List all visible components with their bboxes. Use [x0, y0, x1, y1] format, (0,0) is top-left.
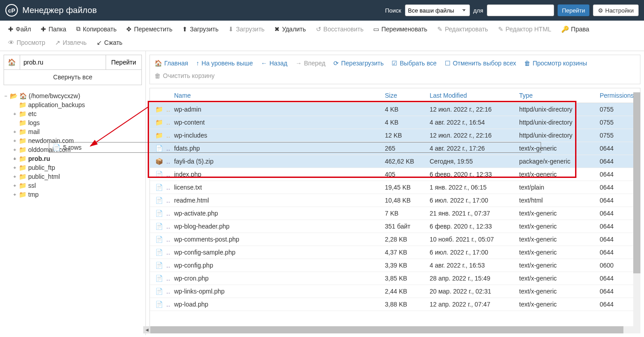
- nav-home-link[interactable]: 🏠Главная: [154, 58, 189, 69]
- toolbar-plus-button[interactable]: ✚Файл: [4, 22, 35, 35]
- toolbar-label: Переместить: [134, 26, 172, 33]
- nav-reload-link[interactable]: ⟳Перезагрузить: [333, 58, 384, 69]
- file-size: 12 KB: [380, 129, 425, 142]
- tree-item-public-ftp[interactable]: +📁public_ftp: [13, 163, 142, 172]
- tree-item-logs[interactable]: 📁logs: [13, 118, 142, 127]
- file-type: text/x-generic: [515, 285, 595, 298]
- nav-forward-link: →Вперед: [294, 58, 326, 69]
- nav-unselect-link[interactable]: ☐Отменить выбор всех: [444, 58, 517, 69]
- expand-icon[interactable]: +: [13, 129, 17, 134]
- tree-item-ssl[interactable]: +📁ssl: [13, 181, 142, 190]
- scrollbar-thumb[interactable]: [633, 92, 640, 273]
- table-row[interactable]: 📁wp-content4 KB4 авг. 2022 г., 16:54http…: [150, 116, 640, 129]
- tree-item-public-html[interactable]: +📁public_html: [13, 172, 142, 181]
- path-input[interactable]: [20, 55, 106, 70]
- file-icon: 📄: [154, 288, 163, 295]
- file-name: wp-cron.php: [170, 272, 380, 285]
- table-row[interactable]: 📁wp-admin4 KB12 июл. 2022 г., 22:16httpd…: [150, 103, 640, 116]
- tree-item-newdomain-com[interactable]: +📁newdomain.com: [13, 136, 142, 145]
- file-size: 3,85 KB: [380, 272, 425, 285]
- expand-icon[interactable]: +: [13, 138, 17, 143]
- table-row[interactable]: 📄wp-blog-header.php351 байт6 февр. 2020 …: [150, 220, 640, 233]
- tree-item-label: application_backups: [28, 101, 85, 108]
- file-size: 10,48 KB: [380, 194, 425, 207]
- table-row[interactable]: 📄fdats.php2654 авг. 2022 г., 17:26text/x…: [150, 142, 640, 155]
- tree-item-application-backups[interactable]: 📁application_backups: [13, 100, 142, 109]
- file-size: 4 KB: [380, 103, 425, 116]
- toolbar-upload-button[interactable]: ⬆Загрузить: [178, 22, 223, 35]
- toolbar-perm-button[interactable]: 🔑Права: [557, 22, 594, 35]
- search-go-button[interactable]: Перейти: [558, 4, 590, 16]
- search-scope-select[interactable]: Все ваши файлы: [405, 4, 470, 16]
- nav-selectall-link[interactable]: ☑Выбрать все: [391, 58, 437, 69]
- tree-item-prob-ru[interactable]: +📁prob.ru: [13, 154, 142, 163]
- toolbar-move-button[interactable]: ✥Переместить: [122, 22, 177, 35]
- home-button[interactable]: 🏠: [4, 55, 20, 70]
- horizontal-scrollbar[interactable]: ◀: [150, 326, 633, 333]
- search-input[interactable]: [487, 4, 554, 16]
- table-row[interactable]: 📄index.php4056 февр. 2020 г., 12:33text/…: [150, 168, 640, 181]
- tree-item-olddomain-com[interactable]: +📁olddomain.com: [13, 145, 142, 154]
- tree-item-mail[interactable]: +📁mail: [13, 127, 142, 136]
- file-icon: 📄: [154, 223, 163, 230]
- file-modified: 10 нояб. 2021 г., 05:07: [425, 233, 515, 246]
- toolbar-copy-button[interactable]: ⧉Копировать: [72, 22, 121, 35]
- expand-icon[interactable]: +: [13, 165, 17, 170]
- table-row[interactable]: 📄wp-config.php3,39 KB4 авг. 2022 г., 16:…: [150, 259, 640, 272]
- folder-icon: 📁: [19, 110, 26, 117]
- tree-item-etc[interactable]: +📁etc: [13, 109, 142, 118]
- table-row[interactable]: 📄wp-config-sample.php4,37 KB6 июл. 2022 …: [150, 246, 640, 259]
- file-modified: 12 апр. 2022 г., 07:47: [425, 298, 515, 311]
- nav-label: Просмотр корзины: [533, 60, 587, 67]
- expand-icon[interactable]: +: [13, 156, 17, 161]
- sidebar: 🏠 Перейти Свернуть все − 📂 🏠 (/home/bwcy…: [0, 51, 146, 335]
- nav-label: Назад: [269, 60, 287, 67]
- col-name[interactable]: Name: [170, 88, 380, 103]
- nav-trash-link[interactable]: 🗑Просмотр корзины: [523, 58, 588, 69]
- path-go-button[interactable]: Перейти: [106, 55, 142, 70]
- scroll-left-icon[interactable]: ◀: [143, 326, 150, 333]
- collapse-all-button[interactable]: Свернуть все: [4, 70, 142, 85]
- expand-icon[interactable]: +: [13, 183, 17, 188]
- toolbar-compress-button[interactable]: ↙Сжать: [92, 36, 127, 49]
- col-modified[interactable]: Last Modified: [425, 88, 515, 103]
- file-modified: Сегодня, 19:55: [425, 155, 515, 168]
- home-icon: 🏠: [154, 60, 162, 67]
- col-icon[interactable]: [150, 88, 170, 103]
- expand-icon[interactable]: +: [13, 192, 17, 197]
- folder-icon: 📁: [19, 173, 26, 180]
- file-size: 2,28 KB: [380, 233, 425, 246]
- tree-item-label: mail: [28, 128, 40, 135]
- table-row[interactable]: 📄wp-cron.php3,85 KB28 апр. 2022 г., 15:4…: [150, 272, 640, 285]
- table-row[interactable]: 📄readme.html10,48 KB6 июл. 2022 г., 17:0…: [150, 194, 640, 207]
- expand-icon[interactable]: +: [13, 174, 17, 179]
- scrollbar-thumb[interactable]: [150, 326, 623, 333]
- main: 🏠 Перейти Свернуть все − 📂 🏠 (/home/bwcy…: [0, 51, 644, 335]
- table-row[interactable]: 📄wp-load.php3,88 KB12 апр. 2022 г., 07:4…: [150, 298, 640, 311]
- toolbar-plus-button[interactable]: ✚Папка: [36, 22, 71, 35]
- nav-up-link[interactable]: ↑На уровень выше: [195, 58, 254, 69]
- file-name: index.php: [170, 168, 380, 181]
- vertical-scrollbar[interactable]: [633, 92, 640, 333]
- tree-root[interactable]: − 📂 🏠 (/home/bwcycxzw): [4, 91, 142, 100]
- table-row[interactable]: 📄license.txt19,45 KB1 янв. 2022 г., 06:1…: [150, 181, 640, 194]
- table-row[interactable]: 📄wp-links-opml.php2,44 KB20 мар. 2022 г.…: [150, 285, 640, 298]
- expand-icon[interactable]: +: [13, 147, 17, 152]
- tree-item-tmp[interactable]: +📁tmp: [13, 190, 142, 199]
- file-type: text/x-generic: [515, 207, 595, 220]
- table-row[interactable]: 📁wp-includes12 KB12 июл. 2022 г., 22:16h…: [150, 129, 640, 142]
- header: cP Менеджер файлов Поиск Все ваши файлы …: [0, 0, 644, 21]
- col-size[interactable]: Size: [380, 88, 425, 103]
- expand-icon[interactable]: +: [13, 111, 17, 117]
- nav-back-link[interactable]: ←Назад: [260, 58, 288, 69]
- col-type[interactable]: Type: [515, 88, 595, 103]
- toolbar-delete-button[interactable]: ✖Удалить: [270, 22, 310, 35]
- table-row[interactable]: 📦fayli-da (5).zip462,62 KBСегодня, 19:55…: [150, 155, 640, 168]
- file-icon: 📄: [154, 210, 163, 217]
- table-row[interactable]: 📄wp-comments-post.php2,28 KB10 нояб. 202…: [150, 233, 640, 246]
- copy-icon: ⧉: [76, 25, 81, 33]
- file-table: Name Size Last Modified Type Permissions…: [150, 88, 640, 311]
- settings-button[interactable]: ⚙ Настройки: [593, 4, 639, 16]
- table-row[interactable]: 📄wp-activate.php7 KB21 янв. 2021 г., 07:…: [150, 207, 640, 220]
- toolbar-rename-button[interactable]: ▭Переименовать: [369, 22, 432, 35]
